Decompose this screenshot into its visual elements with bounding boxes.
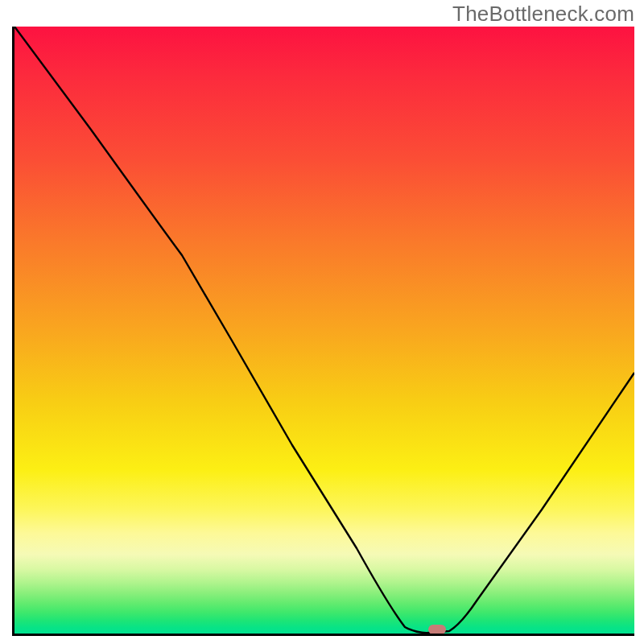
plot-area (12, 27, 634, 636)
watermark-text: TheBottleneck.com (452, 2, 634, 27)
chart-stage: TheBottleneck.com (0, 0, 644, 644)
bottleneck-curve (14, 27, 634, 633)
marker-pill (428, 625, 446, 634)
curve-svg (14, 27, 634, 634)
